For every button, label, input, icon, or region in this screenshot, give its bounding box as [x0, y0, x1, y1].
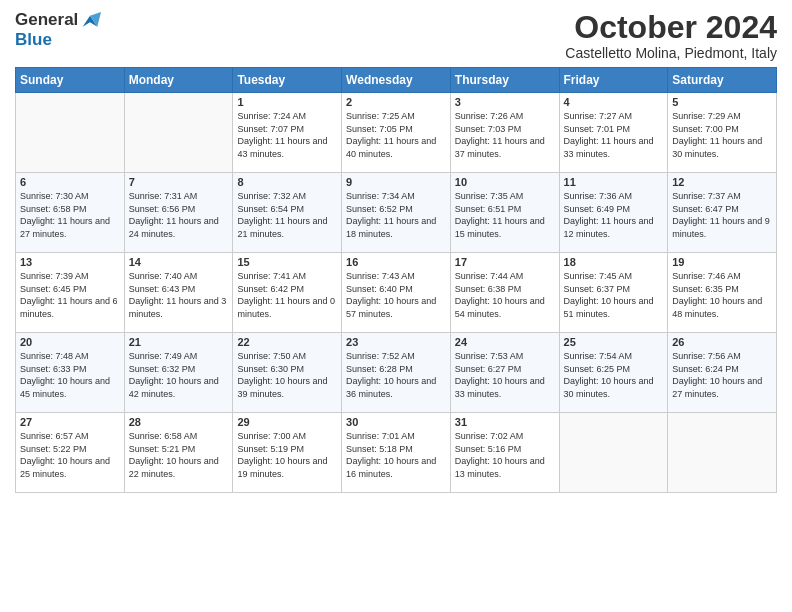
day-cell: 4Sunrise: 7:27 AM Sunset: 7:01 PM Daylig…	[559, 93, 668, 173]
day-info: Sunrise: 7:31 AM Sunset: 6:56 PM Dayligh…	[129, 190, 229, 240]
day-info: Sunrise: 7:00 AM Sunset: 5:19 PM Dayligh…	[237, 430, 337, 480]
day-number: 27	[20, 416, 120, 428]
day-cell: 25Sunrise: 7:54 AM Sunset: 6:25 PM Dayli…	[559, 333, 668, 413]
day-info: Sunrise: 7:44 AM Sunset: 6:38 PM Dayligh…	[455, 270, 555, 320]
day-number: 16	[346, 256, 446, 268]
day-info: Sunrise: 7:24 AM Sunset: 7:07 PM Dayligh…	[237, 110, 337, 160]
week-row-0: 1Sunrise: 7:24 AM Sunset: 7:07 PM Daylig…	[16, 93, 777, 173]
day-info: Sunrise: 7:25 AM Sunset: 7:05 PM Dayligh…	[346, 110, 446, 160]
day-cell: 13Sunrise: 7:39 AM Sunset: 6:45 PM Dayli…	[16, 253, 125, 333]
day-number: 18	[564, 256, 664, 268]
day-cell: 21Sunrise: 7:49 AM Sunset: 6:32 PM Dayli…	[124, 333, 233, 413]
day-cell: 26Sunrise: 7:56 AM Sunset: 6:24 PM Dayli…	[668, 333, 777, 413]
day-number: 22	[237, 336, 337, 348]
day-cell: 31Sunrise: 7:02 AM Sunset: 5:16 PM Dayli…	[450, 413, 559, 493]
month-title: October 2024	[565, 10, 777, 45]
day-number: 26	[672, 336, 772, 348]
header-row: SundayMondayTuesdayWednesdayThursdayFrid…	[16, 68, 777, 93]
day-info: Sunrise: 7:37 AM Sunset: 6:47 PM Dayligh…	[672, 190, 772, 240]
day-cell	[559, 413, 668, 493]
day-number: 3	[455, 96, 555, 108]
day-info: Sunrise: 7:52 AM Sunset: 6:28 PM Dayligh…	[346, 350, 446, 400]
day-number: 8	[237, 176, 337, 188]
day-number: 7	[129, 176, 229, 188]
day-info: Sunrise: 7:02 AM Sunset: 5:16 PM Dayligh…	[455, 430, 555, 480]
day-info: Sunrise: 7:32 AM Sunset: 6:54 PM Dayligh…	[237, 190, 337, 240]
day-cell: 28Sunrise: 6:58 AM Sunset: 5:21 PM Dayli…	[124, 413, 233, 493]
day-info: Sunrise: 7:35 AM Sunset: 6:51 PM Dayligh…	[455, 190, 555, 240]
day-info: Sunrise: 7:54 AM Sunset: 6:25 PM Dayligh…	[564, 350, 664, 400]
title-block: October 2024 Castelletto Molina, Piedmon…	[565, 10, 777, 61]
day-cell: 11Sunrise: 7:36 AM Sunset: 6:49 PM Dayli…	[559, 173, 668, 253]
day-cell: 24Sunrise: 7:53 AM Sunset: 6:27 PM Dayli…	[450, 333, 559, 413]
day-cell	[668, 413, 777, 493]
day-number: 31	[455, 416, 555, 428]
day-cell: 5Sunrise: 7:29 AM Sunset: 7:00 PM Daylig…	[668, 93, 777, 173]
day-number: 17	[455, 256, 555, 268]
day-cell: 29Sunrise: 7:00 AM Sunset: 5:19 PM Dayli…	[233, 413, 342, 493]
day-info: Sunrise: 7:53 AM Sunset: 6:27 PM Dayligh…	[455, 350, 555, 400]
day-info: Sunrise: 7:34 AM Sunset: 6:52 PM Dayligh…	[346, 190, 446, 240]
day-cell	[16, 93, 125, 173]
logo: General Blue	[15, 10, 102, 49]
day-cell: 15Sunrise: 7:41 AM Sunset: 6:42 PM Dayli…	[233, 253, 342, 333]
col-header-monday: Monday	[124, 68, 233, 93]
day-number: 15	[237, 256, 337, 268]
day-number: 5	[672, 96, 772, 108]
day-cell: 7Sunrise: 7:31 AM Sunset: 6:56 PM Daylig…	[124, 173, 233, 253]
day-number: 10	[455, 176, 555, 188]
day-cell: 14Sunrise: 7:40 AM Sunset: 6:43 PM Dayli…	[124, 253, 233, 333]
day-number: 21	[129, 336, 229, 348]
day-cell: 12Sunrise: 7:37 AM Sunset: 6:47 PM Dayli…	[668, 173, 777, 253]
day-number: 23	[346, 336, 446, 348]
col-header-wednesday: Wednesday	[342, 68, 451, 93]
logo-bird-icon	[79, 12, 101, 30]
day-info: Sunrise: 6:57 AM Sunset: 5:22 PM Dayligh…	[20, 430, 120, 480]
calendar-table: SundayMondayTuesdayWednesdayThursdayFrid…	[15, 67, 777, 493]
day-cell: 19Sunrise: 7:46 AM Sunset: 6:35 PM Dayli…	[668, 253, 777, 333]
col-header-saturday: Saturday	[668, 68, 777, 93]
day-number: 1	[237, 96, 337, 108]
day-cell: 6Sunrise: 7:30 AM Sunset: 6:58 PM Daylig…	[16, 173, 125, 253]
day-number: 2	[346, 96, 446, 108]
day-info: Sunrise: 7:45 AM Sunset: 6:37 PM Dayligh…	[564, 270, 664, 320]
day-cell: 16Sunrise: 7:43 AM Sunset: 6:40 PM Dayli…	[342, 253, 451, 333]
day-number: 20	[20, 336, 120, 348]
day-number: 4	[564, 96, 664, 108]
day-number: 24	[455, 336, 555, 348]
logo-general: General	[15, 10, 78, 29]
col-header-tuesday: Tuesday	[233, 68, 342, 93]
day-cell: 18Sunrise: 7:45 AM Sunset: 6:37 PM Dayli…	[559, 253, 668, 333]
day-info: Sunrise: 7:41 AM Sunset: 6:42 PM Dayligh…	[237, 270, 337, 320]
day-info: Sunrise: 7:48 AM Sunset: 6:33 PM Dayligh…	[20, 350, 120, 400]
day-info: Sunrise: 7:01 AM Sunset: 5:18 PM Dayligh…	[346, 430, 446, 480]
week-row-3: 20Sunrise: 7:48 AM Sunset: 6:33 PM Dayli…	[16, 333, 777, 413]
header: General Blue October 2024 Castelletto Mo…	[15, 10, 777, 61]
week-row-2: 13Sunrise: 7:39 AM Sunset: 6:45 PM Dayli…	[16, 253, 777, 333]
day-cell: 8Sunrise: 7:32 AM Sunset: 6:54 PM Daylig…	[233, 173, 342, 253]
day-number: 30	[346, 416, 446, 428]
day-number: 29	[237, 416, 337, 428]
day-number: 25	[564, 336, 664, 348]
day-info: Sunrise: 7:56 AM Sunset: 6:24 PM Dayligh…	[672, 350, 772, 400]
day-number: 11	[564, 176, 664, 188]
day-cell: 1Sunrise: 7:24 AM Sunset: 7:07 PM Daylig…	[233, 93, 342, 173]
week-row-4: 27Sunrise: 6:57 AM Sunset: 5:22 PM Dayli…	[16, 413, 777, 493]
day-info: Sunrise: 7:50 AM Sunset: 6:30 PM Dayligh…	[237, 350, 337, 400]
logo-blue: Blue	[15, 30, 102, 50]
day-info: Sunrise: 7:46 AM Sunset: 6:35 PM Dayligh…	[672, 270, 772, 320]
day-info: Sunrise: 7:36 AM Sunset: 6:49 PM Dayligh…	[564, 190, 664, 240]
day-cell	[124, 93, 233, 173]
col-header-thursday: Thursday	[450, 68, 559, 93]
day-info: Sunrise: 7:27 AM Sunset: 7:01 PM Dayligh…	[564, 110, 664, 160]
day-info: Sunrise: 6:58 AM Sunset: 5:21 PM Dayligh…	[129, 430, 229, 480]
day-cell: 2Sunrise: 7:25 AM Sunset: 7:05 PM Daylig…	[342, 93, 451, 173]
day-cell: 27Sunrise: 6:57 AM Sunset: 5:22 PM Dayli…	[16, 413, 125, 493]
col-header-friday: Friday	[559, 68, 668, 93]
location: Castelletto Molina, Piedmont, Italy	[565, 45, 777, 61]
day-number: 6	[20, 176, 120, 188]
page: General Blue October 2024 Castelletto Mo…	[0, 0, 792, 503]
day-number: 19	[672, 256, 772, 268]
week-row-1: 6Sunrise: 7:30 AM Sunset: 6:58 PM Daylig…	[16, 173, 777, 253]
day-number: 12	[672, 176, 772, 188]
